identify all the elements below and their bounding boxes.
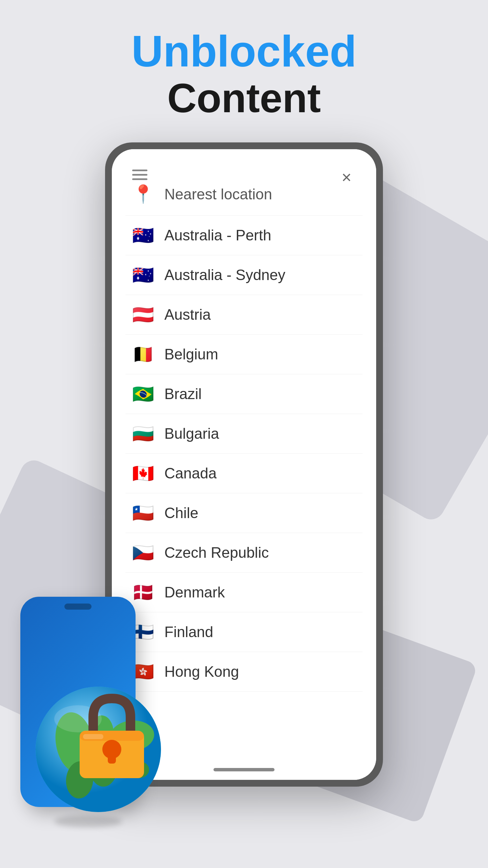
location-item-au-sydney[interactable]: 🇦🇺 Australia - Sydney bbox=[125, 255, 363, 295]
hamburger-line-1 bbox=[132, 170, 147, 171]
location-item-cl[interactable]: 🇨🇱 Chile bbox=[125, 493, 363, 533]
location-item-bg[interactable]: 🇧🇬 Bulgaria bbox=[125, 414, 363, 454]
location-item-au-perth[interactable]: 🇦🇺 Australia - Perth bbox=[125, 216, 363, 255]
location-item-nearest[interactable]: 📍 Nearest location bbox=[125, 173, 363, 216]
title-unblocked: Unblocked bbox=[0, 27, 488, 76]
phone-notch bbox=[64, 604, 92, 610]
title-content: Content bbox=[0, 76, 488, 120]
flag-ca: 🇨🇦 bbox=[132, 465, 154, 482]
location-item-at[interactable]: 🇦🇹 Austria bbox=[125, 295, 363, 335]
phone-globe-illustration bbox=[14, 597, 210, 827]
flag-cz: 🇨🇿 bbox=[132, 544, 154, 561]
flag-bg: 🇧🇬 bbox=[132, 425, 154, 442]
flag-br: 🇧🇷 bbox=[132, 385, 154, 403]
location-item-cz[interactable]: 🇨🇿 Czech Republic bbox=[125, 533, 363, 573]
home-indicator bbox=[214, 768, 274, 771]
location-name-nearest: Nearest location bbox=[164, 186, 272, 203]
location-name-au-sydney: Australia - Sydney bbox=[164, 267, 285, 283]
hamburger-line-3 bbox=[132, 178, 147, 180]
location-name-at: Austria bbox=[164, 306, 211, 323]
svg-rect-13 bbox=[83, 734, 103, 739]
location-name-br: Brazil bbox=[164, 386, 202, 402]
location-name-be: Belgium bbox=[164, 346, 218, 363]
phone-shadow bbox=[54, 815, 122, 827]
close-button[interactable]: × bbox=[337, 168, 356, 186]
hamburger-menu[interactable] bbox=[132, 170, 147, 180]
flag-cl: 🇨🇱 bbox=[132, 504, 154, 522]
pin-icon: 📍 bbox=[132, 184, 154, 204]
location-item-be[interactable]: 🇧🇪 Belgium bbox=[125, 335, 363, 374]
location-item-br[interactable]: 🇧🇷 Brazil bbox=[125, 374, 363, 414]
lock-icon bbox=[75, 692, 149, 780]
flag-at: 🇦🇹 bbox=[132, 306, 154, 323]
flag-be: 🇧🇪 bbox=[132, 346, 154, 363]
location-name-bg: Bulgaria bbox=[164, 425, 219, 442]
svg-rect-12 bbox=[108, 750, 116, 764]
flag-au-perth: 🇦🇺 bbox=[132, 226, 154, 244]
location-name-au-perth: Australia - Perth bbox=[164, 227, 271, 244]
location-name-cz: Czech Republic bbox=[164, 544, 269, 561]
flag-au-sydney: 🇦🇺 bbox=[132, 266, 154, 284]
location-name-cl: Chile bbox=[164, 505, 198, 521]
hamburger-line-2 bbox=[132, 174, 147, 176]
location-name-ca: Canada bbox=[164, 465, 217, 482]
title-area: Unblocked Content bbox=[0, 27, 488, 120]
location-item-ca[interactable]: 🇨🇦 Canada bbox=[125, 454, 363, 493]
